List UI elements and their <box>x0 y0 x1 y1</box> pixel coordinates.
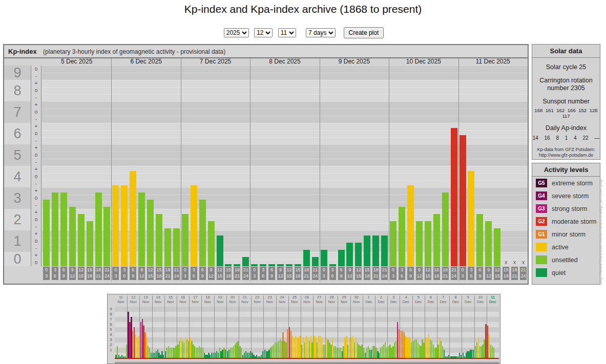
month-select[interactable]: 12 <box>254 28 273 37</box>
kp-bar <box>321 250 327 266</box>
hour-label: 2124 <box>312 267 319 280</box>
kp-axis-number: 2 <box>4 209 31 230</box>
legend-label: severe storm <box>552 192 589 200</box>
hour-label: 03 <box>459 267 466 280</box>
kp-chart-subtitle: (planetary 3-hourly index of geomagnetic… <box>43 48 225 55</box>
kp-axis-third-label: + <box>31 230 41 238</box>
kp-bar <box>191 185 197 266</box>
kp-bar <box>372 235 379 266</box>
hour-label: 36 <box>260 267 266 280</box>
hour-label: 36 <box>121 267 128 280</box>
mini-day-header: 5Dec <box>412 295 425 304</box>
kp-plot-area: 5 Dec 202503366991212151518182121246 Dec… <box>42 58 528 287</box>
mini-day-header: 2Dec <box>375 295 387 304</box>
hour-label: 1215 <box>494 267 500 280</box>
mini-day-separator <box>152 295 153 358</box>
kp-axis-third-label: o <box>31 130 41 137</box>
kp-bar <box>451 128 457 266</box>
mini-day-header: 12Nov <box>127 295 139 304</box>
hour-label: 03 <box>112 267 119 280</box>
mini-day-header: 27Nov <box>313 295 325 304</box>
kp-chart-title: Kp-index <box>8 48 37 55</box>
kp-bar <box>208 221 215 266</box>
mini-day-separator <box>462 295 462 358</box>
kp-axis-third-label: o <box>31 152 41 159</box>
mini-axis-number: 2 <box>108 343 114 347</box>
day-header: 11 Dec 2025 <box>458 58 528 66</box>
missing-data-marker: x <box>503 260 509 265</box>
month-overview-chart: 11Nov12Nov13Nov14Nov15Nov16Nov17Nov18Nov… <box>107 294 500 364</box>
kp-axis-number: 5 <box>4 144 31 166</box>
hour-label: 1518 <box>503 267 509 280</box>
kp-axis-third-label: - <box>31 245 41 252</box>
solar-cycle: Solar cycle 25 <box>532 63 600 71</box>
create-plot-button[interactable]: Create plot <box>344 27 384 38</box>
day-header: 7 Dec 2025 <box>181 58 250 66</box>
mini-day-header: 4Dec <box>400 295 412 304</box>
kp-bar <box>147 200 154 266</box>
hour-label: 69 <box>268 267 275 280</box>
kp-bar <box>476 214 483 266</box>
mini-axis-number: 1 <box>108 348 114 352</box>
kp-bar <box>399 207 405 266</box>
kp-bar <box>225 264 232 266</box>
day-separator <box>320 58 320 281</box>
legend-swatch <box>536 255 547 264</box>
legend-label: strong storm <box>552 205 587 212</box>
hour-label: 69 <box>338 267 345 280</box>
kp-axis-third-label: o <box>31 87 41 94</box>
kp-bar <box>338 250 345 266</box>
kp-bar <box>346 243 353 266</box>
mini-day-separator <box>226 295 227 358</box>
ap-title: Daily Ap-index <box>532 124 600 132</box>
year-select[interactable]: 2025 <box>224 28 249 37</box>
kp-bar <box>164 228 171 266</box>
kp-bar <box>103 207 110 266</box>
hour-label: 03 <box>43 267 50 280</box>
legend-row: G2moderate storm <box>532 215 600 228</box>
kp-bar <box>442 192 449 266</box>
kp-axis-third-label: o <box>31 195 41 202</box>
kp-bar <box>277 264 284 266</box>
mini-day-header: 17Nov <box>189 295 201 304</box>
kp-axis-number: 0 <box>4 252 31 266</box>
kp-bar <box>268 264 275 266</box>
hour-label: 912 <box>208 267 215 280</box>
day-header: 9 Dec 2025 <box>320 58 389 66</box>
kp-chart-body: 9876543210 o-+o-+o-+o-+o-+o-+o-+o-+o-+o … <box>4 58 528 274</box>
page: Kp-index and Kpa-index archive (1868 to … <box>0 0 606 364</box>
mini-band <box>115 317 499 322</box>
kp-bar <box>251 264 258 266</box>
mini-day-header: 9Dec <box>462 295 474 304</box>
kp-bar <box>78 214 85 266</box>
kp-bar <box>364 235 370 266</box>
kp-axis-third-label: + <box>31 252 41 259</box>
hour-label: 912 <box>138 267 145 280</box>
day-select[interactable]: 11 <box>278 28 296 37</box>
hour-label: 03 <box>182 267 189 280</box>
kp-bar <box>286 264 292 266</box>
mini-axis-number: 7 <box>108 317 114 322</box>
mini-plot-area: 11Nov12Nov13Nov14Nov15Nov16Nov17Nov18Nov… <box>115 294 499 363</box>
mini-day-header: 11Nov <box>115 295 127 304</box>
hour-label: 1215 <box>217 267 223 280</box>
hour-label: 1518 <box>156 267 162 280</box>
legend-row: G5extreme storm <box>532 177 600 189</box>
kp-chart-header: Kp-index (planetary 3-hourly index of ge… <box>4 45 528 58</box>
kp-axis-number: 8 <box>4 80 31 101</box>
activity-levels-panel: Activity levels G5extreme stormG4severe … <box>532 163 600 285</box>
mini-day-header: 19Nov <box>214 295 226 304</box>
hour-label: 69 <box>407 267 414 280</box>
hour-label: 36 <box>191 267 197 280</box>
hour-label: 1821 <box>442 267 449 280</box>
missing-data-marker: x <box>520 260 527 265</box>
day-separator <box>250 58 250 281</box>
mini-day-separator <box>251 295 252 358</box>
kp-bar <box>234 264 240 266</box>
hour-label: 36 <box>52 267 58 280</box>
kp-axis-number: 1 <box>4 230 31 252</box>
range-select[interactable]: 7 days <box>306 28 336 37</box>
mini-day-header: 22Nov <box>251 295 263 304</box>
kp-axis-number: 4 <box>4 166 31 187</box>
legend-row: G3strong storm <box>532 202 600 215</box>
